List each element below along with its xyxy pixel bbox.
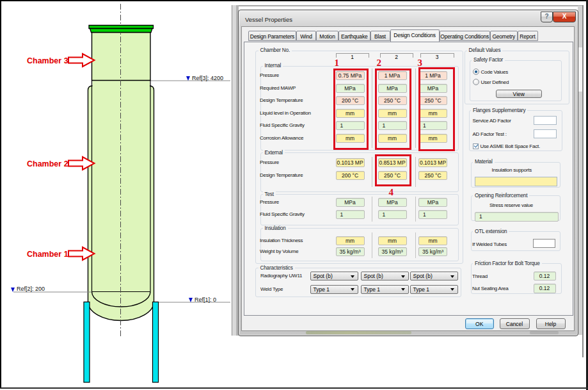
svg-text:Ref[3]: 4200: Ref[3]: 4200 <box>192 75 223 81</box>
svg-text:Ref[1]: 0: Ref[1]: 0 <box>195 297 216 303</box>
svg-text:Chamber 3: Chamber 3 <box>27 56 68 65</box>
svg-text:Chamber 1: Chamber 1 <box>27 250 68 259</box>
svg-text:Chamber 2: Chamber 2 <box>27 159 68 168</box>
svg-text:Ref[2]: 200: Ref[2]: 200 <box>17 286 45 292</box>
